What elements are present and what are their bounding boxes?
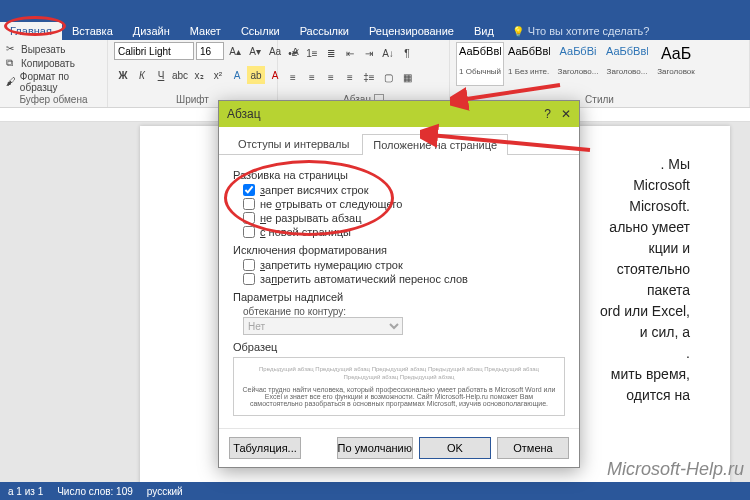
- line-spacing-button[interactable]: ‡≡: [360, 68, 378, 86]
- status-bar: а 1 из 1 Число слов: 109 русский: [0, 482, 750, 500]
- format-painter-button[interactable]: 🖌Формат по образцу: [6, 70, 101, 94]
- ribbon-tabs: Главная Вставка Дизайн Макет Ссылки Расс…: [0, 18, 750, 40]
- justify-button[interactable]: ≡: [341, 68, 359, 86]
- dialog-tab-indents[interactable]: Отступы и интервалы: [227, 133, 360, 154]
- paragraph-dialog: Абзац ? ✕ Отступы и интервалы Положение …: [218, 100, 580, 468]
- underline-button[interactable]: Ч: [152, 66, 170, 84]
- help-icon[interactable]: ?: [544, 107, 551, 121]
- pagination-opt-checkbox-3[interactable]: [243, 226, 255, 238]
- grow-font-button[interactable]: A▴: [226, 42, 244, 60]
- bold-button[interactable]: Ж: [114, 66, 132, 84]
- tab-review[interactable]: Рецензирование: [359, 22, 464, 40]
- subscript-button[interactable]: x₂: [190, 66, 208, 84]
- wrap-select[interactable]: Нет: [243, 317, 403, 335]
- preview-box: Предыдущий абзац Предыдущий абзац Предыд…: [233, 357, 565, 416]
- copy-icon: ⧉: [6, 57, 18, 69]
- exception-opt-1[interactable]: запретить автоматический перенос слов: [243, 273, 565, 285]
- numbering-button[interactable]: 1≡: [303, 44, 321, 62]
- tab-insert[interactable]: Вставка: [62, 22, 123, 40]
- font-size-select[interactable]: [196, 42, 224, 60]
- section-exceptions: Исключения форматирования: [233, 244, 565, 256]
- dialog-title: Абзац: [227, 107, 261, 121]
- align-center-button[interactable]: ≡: [303, 68, 321, 86]
- shading-button[interactable]: ▢: [379, 68, 397, 86]
- ribbon: ✂Вырезать ⧉Копировать 🖌Формат по образцу…: [0, 40, 750, 108]
- style-heading1[interactable]: АаБбВіЗаголово...: [554, 42, 602, 86]
- brush-icon: 🖌: [6, 76, 17, 88]
- pagination-opt-checkbox-1[interactable]: [243, 198, 255, 210]
- show-marks-button[interactable]: ¶: [398, 44, 416, 62]
- borders-button[interactable]: ▦: [398, 68, 416, 86]
- outdent-button[interactable]: ⇤: [341, 44, 359, 62]
- status-words[interactable]: Число слов: 109: [57, 486, 133, 497]
- copy-button[interactable]: ⧉Копировать: [6, 56, 75, 70]
- pagination-opt-3[interactable]: с новой страницы: [243, 226, 565, 238]
- strike-button[interactable]: abc: [171, 66, 189, 84]
- tab-home[interactable]: Главная: [0, 22, 62, 40]
- text-effects-button[interactable]: A: [228, 66, 246, 84]
- wrap-label: обтекание по контуру:: [243, 306, 565, 317]
- exception-opt-checkbox-1[interactable]: [243, 273, 255, 285]
- tab-design[interactable]: Дизайн: [123, 22, 180, 40]
- section-pagination: Разбивка на страницы: [233, 169, 565, 181]
- scissors-icon: ✂: [6, 43, 18, 55]
- tab-mailings[interactable]: Рассылки: [290, 22, 359, 40]
- tabs-button[interactable]: Табуляция...: [229, 437, 301, 459]
- section-preview: Образец: [233, 341, 565, 353]
- section-textbox: Параметры надписей: [233, 291, 565, 303]
- dialog-tab-position[interactable]: Положение на странице: [362, 134, 508, 155]
- styles-gallery[interactable]: АаБбВвГг,1 Обычный АаБбВвГг,1 Без инте..…: [456, 42, 743, 86]
- align-left-button[interactable]: ≡: [284, 68, 302, 86]
- indent-button[interactable]: ⇥: [360, 44, 378, 62]
- watermark: Microsoft-Help.ru: [607, 459, 744, 480]
- style-heading2[interactable]: АаБбВвГЗаголово...: [603, 42, 651, 86]
- style-nospacing[interactable]: АаБбВвГг,1 Без инте...: [505, 42, 553, 86]
- font-name-select[interactable]: [114, 42, 194, 60]
- tell-me-search[interactable]: Что вы хотите сделать?: [504, 22, 658, 40]
- pagination-opt-checkbox-2[interactable]: [243, 212, 255, 224]
- style-title[interactable]: АаБЗаголовок: [652, 42, 700, 86]
- default-button[interactable]: По умолчанию: [337, 437, 413, 459]
- style-normal[interactable]: АаБбВвГг,1 Обычный: [456, 42, 504, 86]
- close-icon[interactable]: ✕: [561, 107, 571, 121]
- sort-button[interactable]: A↓: [379, 44, 397, 62]
- pagination-opt-2[interactable]: не разрывать абзац: [243, 212, 565, 224]
- highlight-button[interactable]: ab: [247, 66, 265, 84]
- tab-references[interactable]: Ссылки: [231, 22, 290, 40]
- italic-button[interactable]: К: [133, 66, 151, 84]
- cancel-button[interactable]: Отмена: [497, 437, 569, 459]
- pagination-opt-0[interactable]: запрет висячих строк: [243, 184, 565, 196]
- tab-layout[interactable]: Макет: [180, 22, 231, 40]
- shrink-font-button[interactable]: A▾: [246, 42, 264, 60]
- superscript-button[interactable]: x²: [209, 66, 227, 84]
- ok-button[interactable]: OK: [419, 437, 491, 459]
- exception-opt-0[interactable]: запретить нумерацию строк: [243, 259, 565, 271]
- status-lang[interactable]: русский: [147, 486, 183, 497]
- exception-opt-checkbox-0[interactable]: [243, 259, 255, 271]
- pagination-opt-1[interactable]: не отрывать от следующего: [243, 198, 565, 210]
- tab-view[interactable]: Вид: [464, 22, 504, 40]
- align-right-button[interactable]: ≡: [322, 68, 340, 86]
- status-page[interactable]: а 1 из 1: [8, 486, 43, 497]
- group-label-clipboard: Буфер обмена: [6, 94, 101, 107]
- cut-button[interactable]: ✂Вырезать: [6, 42, 65, 56]
- bullets-button[interactable]: •≡: [284, 44, 302, 62]
- multilevel-button[interactable]: ≣: [322, 44, 340, 62]
- pagination-opt-checkbox-0[interactable]: [243, 184, 255, 196]
